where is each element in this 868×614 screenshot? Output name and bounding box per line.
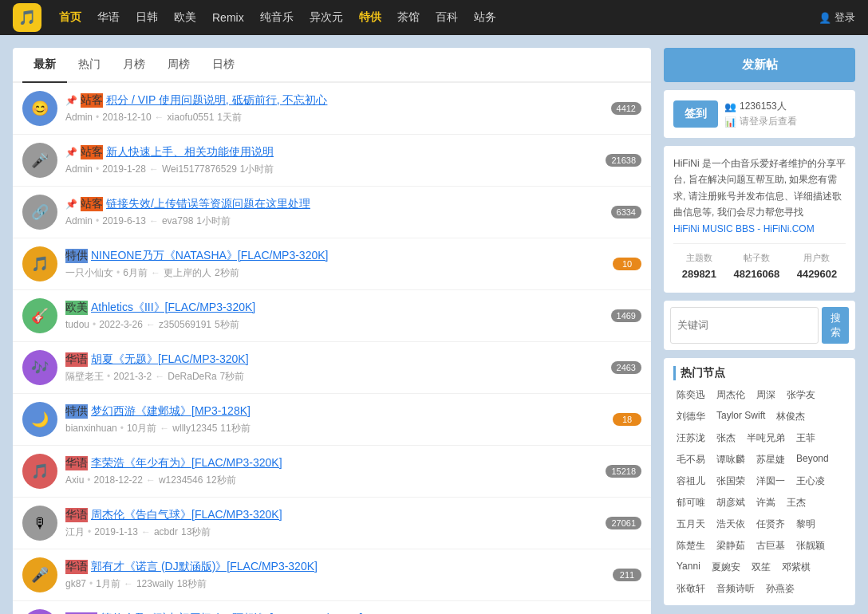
hot-tag-item[interactable]: 王杰 bbox=[783, 494, 809, 511]
hot-tag-item[interactable]: 陈奕迅 bbox=[673, 387, 708, 403]
post-last-time: 7秒前 bbox=[220, 370, 245, 384]
hot-tag-item[interactable]: 孙燕姿 bbox=[763, 581, 798, 597]
avatar: 🎙 bbox=[22, 506, 57, 541]
hot-tag-item[interactable]: 周深 bbox=[753, 387, 779, 403]
list-item[interactable]: 🎸 欧美 Athletics《III》[FLAC/MP3-320K] tudou… bbox=[13, 290, 651, 342]
hot-tag-item[interactable]: 梁静茹 bbox=[713, 537, 748, 554]
post-title-link[interactable]: 梦幻西游《建邺城》[MP3-128K] bbox=[91, 404, 251, 419]
tags-grid: 陈奕迅周杰伦周深张学友刘德华Taylor Swift林俊杰汪苏泷张杰半吨兄弟王菲… bbox=[673, 387, 846, 597]
hot-tag-item[interactable]: 古巨基 bbox=[753, 537, 788, 554]
list-item[interactable]: 🎤 📌 站客 新人快速上手、相关功能使用说明 Admin • 2019-1-28… bbox=[13, 135, 651, 187]
post-title[interactable]: 📌 站客 新人快速上手、相关功能使用说明 bbox=[65, 145, 598, 159]
hot-tag-item[interactable]: 王心凌 bbox=[793, 473, 828, 490]
hot-tag-item[interactable]: 音频诗听 bbox=[713, 581, 758, 597]
list-item[interactable]: 😊 📌 站客 积分 / VIP 使用问题说明, 砥砺前行, 不忘初心 Admin… bbox=[13, 83, 651, 135]
post-title[interactable]: 华语 郭有才《诺言 (DJ默涵版)》[FLAC/MP3-320K] bbox=[65, 560, 605, 574]
hot-tag-item[interactable]: 王菲 bbox=[793, 430, 819, 447]
post-title-link[interactable]: 链接失效/上传错误等资源问题在这里处理 bbox=[106, 197, 310, 211]
hot-tag-item[interactable]: 容祖儿 bbox=[673, 473, 708, 490]
hot-tag-item[interactable]: 许嵩 bbox=[753, 494, 779, 511]
hot-tag-item[interactable]: 黎明 bbox=[793, 516, 819, 533]
hot-tag-item[interactable]: 陈楚生 bbox=[673, 537, 708, 554]
hot-tag-item[interactable]: 半吨兄弟 bbox=[744, 430, 788, 447]
hot-tag-item[interactable]: 任贤齐 bbox=[753, 516, 788, 533]
post-title-link[interactable]: Athletics《III》[FLAC/MP3-320K] bbox=[91, 301, 255, 315]
post-title-link[interactable]: 等什么君《醉九门回忆 (DJ阿超)》[MP3-320K/10.4M] bbox=[101, 612, 363, 615]
post-title[interactable]: 📌 站客 链接失效/上传错误等资源问题在这里处理 bbox=[65, 197, 603, 211]
search-input[interactable] bbox=[670, 307, 819, 344]
site-link[interactable]: HiFiNi MUSIC BBS - HiFiNi.COM bbox=[673, 223, 815, 234]
nav-item-tejie[interactable]: 特供 bbox=[351, 10, 389, 25]
post-meta: tudou • 2022-3-26 ← z350569191 5秒前 bbox=[65, 318, 603, 332]
hot-tag-item[interactable]: 苏星婕 bbox=[753, 451, 788, 468]
nav-item-chunyinyue[interactable]: 纯音乐 bbox=[252, 10, 302, 25]
post-title[interactable]: 欧美 Athletics《III》[FLAC/MP3-320K] bbox=[65, 301, 603, 315]
post-title[interactable]: Remix 等什么君《醉九门回忆 (DJ阿超)》[MP3-320K/10.4M] bbox=[65, 612, 603, 615]
post-title[interactable]: 特供 NINEONE乃万《NATASHA》[FLAC/MP3-320K] bbox=[65, 249, 605, 263]
hot-tag-item[interactable]: 毛不易 bbox=[673, 451, 708, 468]
nav-item-oumei[interactable]: 欧美 bbox=[166, 10, 204, 25]
login-button[interactable]: 👤 登录 bbox=[819, 10, 855, 25]
post-author: gk87 bbox=[65, 578, 86, 589]
list-item[interactable]: 🎤 华语 郭有才《诺言 (DJ默涵版)》[FLAC/MP3-320K] gk87… bbox=[13, 549, 651, 601]
nav-item-baike[interactable]: 百科 bbox=[428, 10, 466, 25]
nav-item-zhiwu[interactable]: 站务 bbox=[466, 10, 504, 25]
hot-tag-item[interactable]: 浩天依 bbox=[713, 516, 748, 533]
nav-item-chaguan[interactable]: 茶馆 bbox=[389, 10, 428, 25]
hot-tag-item[interactable]: 刘德华 bbox=[673, 408, 708, 425]
list-item[interactable]: 🎶 华语 胡夏《无题》[FLAC/MP3-320K] 隔壁老王 • 2021-3… bbox=[13, 342, 651, 394]
hot-tag-item[interactable]: 林俊杰 bbox=[773, 408, 808, 425]
tab-daily[interactable]: 日榜 bbox=[201, 48, 246, 83]
hot-tag-item[interactable]: 张靓颖 bbox=[793, 537, 828, 554]
post-title[interactable]: 特供 梦幻西游《建邺城》[MP3-128K] bbox=[65, 404, 605, 419]
nav-item-yiciyuan[interactable]: 异次元 bbox=[302, 10, 351, 25]
post-title[interactable]: 📌 站客 积分 / VIP 使用问题说明, 砥砺前行, 不忘初心 bbox=[65, 93, 603, 108]
hot-tag-item[interactable]: 张敬轩 bbox=[673, 581, 708, 597]
hot-tag-item[interactable]: 张国荣 bbox=[713, 473, 748, 490]
post-title[interactable]: 华语 李荣浩《年少有为》[FLAC/MP3-320K] bbox=[65, 456, 598, 470]
post-title-link[interactable]: 李荣浩《年少有为》[FLAC/MP3-320K] bbox=[91, 456, 282, 470]
list-item[interactable]: 🌸 Remix 等什么君《醉九门回忆 (DJ阿超)》[MP3-320K/10.4… bbox=[13, 601, 651, 614]
tab-monthly[interactable]: 月榜 bbox=[112, 48, 156, 83]
hot-tag-item[interactable]: 张杰 bbox=[713, 430, 739, 447]
post-title-link[interactable]: 郭有才《诺言 (DJ默涵版)》[FLAC/MP3-320K] bbox=[91, 560, 318, 574]
hot-tag-item[interactable]: 五月天 bbox=[673, 516, 708, 533]
signin-button[interactable]: 签到 bbox=[673, 100, 718, 128]
post-title-link[interactable]: 积分 / VIP 使用问题说明, 砥砺前行, 不忘初心 bbox=[106, 93, 327, 108]
list-item[interactable]: 🎵 特供 NINEONE乃万《NATASHA》[FLAC/MP3-320K] 一… bbox=[13, 238, 651, 290]
hot-tag-item[interactable]: 双笙 bbox=[748, 559, 774, 576]
post-last-time: 1天前 bbox=[217, 111, 242, 124]
list-item[interactable]: 🔗 📌 站客 链接失效/上传错误等资源问题在这里处理 Admin • 2019-… bbox=[13, 187, 651, 238]
post-title-link[interactable]: NINEONE乃万《NATASHA》[FLAC/MP3-320K] bbox=[91, 249, 328, 263]
post-title[interactable]: 华语 胡夏《无题》[FLAC/MP3-320K] bbox=[65, 352, 603, 367]
tab-latest[interactable]: 最新 bbox=[22, 48, 67, 83]
hot-tag-item[interactable]: Taylor Swift bbox=[713, 408, 768, 425]
hot-tag-item[interactable]: 邓紫棋 bbox=[779, 559, 814, 576]
hot-tag-item[interactable]: 洋囡一 bbox=[753, 473, 788, 490]
tab-weekly[interactable]: 周榜 bbox=[156, 48, 201, 83]
post-title-link[interactable]: 周杰伦《告白气球》[FLAC/MP3-320K] bbox=[91, 508, 282, 522]
post-title-link[interactable]: 胡夏《无题》[FLAC/MP3-320K] bbox=[91, 352, 249, 367]
nav-item-home[interactable]: 首页 bbox=[51, 10, 89, 25]
post-last-user: 123waily bbox=[136, 578, 174, 589]
hot-tag-item[interactable]: 郁可唯 bbox=[673, 494, 708, 511]
hot-tag-item[interactable]: Yanni bbox=[673, 559, 704, 576]
post-title-link[interactable]: 新人快速上手、相关功能使用说明 bbox=[106, 145, 274, 159]
post-title[interactable]: 华语 周杰伦《告白气球》[FLAC/MP3-320K] bbox=[65, 508, 598, 522]
hot-tag-item[interactable]: Beyond bbox=[793, 451, 832, 468]
hot-tag-item[interactable]: 谭咏麟 bbox=[713, 451, 748, 468]
hot-tag-item[interactable]: 周杰伦 bbox=[713, 387, 748, 403]
list-item[interactable]: 🎵 华语 李荣浩《年少有为》[FLAC/MP3-320K] Axiu • 201… bbox=[13, 446, 651, 498]
tab-hot[interactable]: 热门 bbox=[67, 48, 112, 83]
hot-tag-item[interactable]: 张学友 bbox=[783, 387, 819, 403]
search-button[interactable]: 搜索 bbox=[822, 307, 849, 344]
list-item[interactable]: 🌙 特供 梦幻西游《建邺城》[MP3-128K] bianxinhuan • 1… bbox=[13, 394, 651, 446]
hot-tag-item[interactable]: 夏婉安 bbox=[708, 559, 744, 576]
nav-item-huayu[interactable]: 华语 bbox=[89, 10, 128, 25]
list-item[interactable]: 🎙 华语 周杰伦《告白气球》[FLAC/MP3-320K] 江月 • 2019-… bbox=[13, 498, 651, 549]
hot-tag-item[interactable]: 胡彦斌 bbox=[713, 494, 748, 511]
hot-tag-item[interactable]: 汪苏泷 bbox=[673, 430, 708, 447]
new-post-button[interactable]: 发新帖 bbox=[664, 48, 855, 82]
nav-item-rihan[interactable]: 日韩 bbox=[128, 10, 166, 25]
nav-item-remix[interactable]: Remix bbox=[204, 11, 252, 24]
